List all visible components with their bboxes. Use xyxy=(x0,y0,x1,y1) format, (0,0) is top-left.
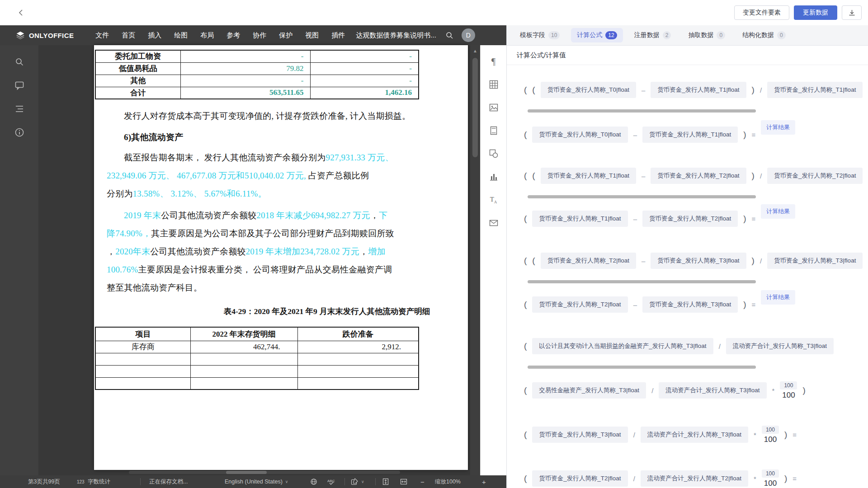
formula-field-chip[interactable]: 流动资产合计_发行人简称_T3|float xyxy=(641,427,748,443)
formula-field-chip[interactable]: 货币资金_发行人简称_T3|float xyxy=(767,253,863,269)
download-button[interactable] xyxy=(842,5,862,20)
vertical-scrollbar[interactable]: ▲ xyxy=(470,45,480,475)
document-page[interactable]: 委托加工物资--低值易耗品79.82-其他--合计563,511.651,462… xyxy=(94,45,468,470)
search-button[interactable] xyxy=(445,31,453,39)
textart-settings-icon[interactable]: TA xyxy=(488,194,499,205)
zoom-in-button[interactable]: + xyxy=(482,475,486,488)
fit-width-icon xyxy=(400,478,407,485)
onlyoffice-logo-icon xyxy=(15,30,25,40)
menu-tab[interactable]: 协作 xyxy=(246,25,273,45)
document-language-button[interactable] xyxy=(310,475,317,488)
formula-field-chip[interactable]: 交易性金融资产_发行人简称_T3|float xyxy=(532,382,646,399)
formula-field-chip[interactable]: 流动资产合计_发行人简称_T3|float xyxy=(726,338,834,354)
formula-field-chip[interactable]: 流动资产合计_发行人简称_T3|float xyxy=(659,382,766,399)
formula-operator: / xyxy=(760,257,762,265)
user-avatar[interactable]: D xyxy=(462,28,475,42)
horizontal-scrollbar[interactable] xyxy=(129,471,400,474)
panel-tab[interactable]: 计算公式12 xyxy=(571,28,623,42)
fraction-numerator-chip[interactable]: 100 xyxy=(762,469,779,478)
chart-settings-icon[interactable] xyxy=(488,171,499,182)
formula-horizontal-scrollbar[interactable] xyxy=(528,280,756,283)
fit-page-button[interactable] xyxy=(382,475,389,488)
fraction-numerator-chip[interactable]: 100 xyxy=(762,426,779,434)
formula-row: (货币资金_发行人简称_T2|float–货币资金_发行人简称_T3|float… xyxy=(524,296,795,314)
formula-field-chip[interactable]: 货币资金_发行人简称_T3|float xyxy=(642,296,738,313)
image-settings-icon[interactable] xyxy=(488,102,499,113)
update-data-button[interactable]: 更新数据 xyxy=(794,5,837,20)
table-settings-icon[interactable] xyxy=(488,79,499,90)
other-current-assets-table: 项目2022 年末存货明细跌价准备库存商462,744.2,912. xyxy=(95,327,419,390)
navigation-icon[interactable] xyxy=(14,104,24,114)
menu-tab[interactable]: 参考 xyxy=(220,25,246,45)
formula-paren: ( xyxy=(524,171,527,181)
panel-tab[interactable]: 结构化数据0 xyxy=(736,28,792,42)
fraction-numerator-chip[interactable]: 100 xyxy=(780,381,797,389)
formula-operator: / xyxy=(633,475,635,483)
formula-field-chip[interactable]: 货币资金_发行人简称_T0|float xyxy=(541,82,636,98)
formula-paren: ( xyxy=(532,256,535,266)
menu-tab[interactable]: 绘图 xyxy=(168,25,194,45)
formula-field-chip[interactable]: 货币资金_发行人简称_T3|float xyxy=(532,427,627,443)
formula-field-chip[interactable]: 货币资金_发行人简称_T1|float xyxy=(767,82,863,98)
shape-settings-icon[interactable] xyxy=(488,148,499,159)
menu-tab[interactable]: 插入 xyxy=(142,25,168,45)
formula-field-chip[interactable]: 货币资金_发行人简称_T2|float xyxy=(651,168,746,184)
formula-operator: – xyxy=(633,215,637,223)
panel-tab-count-badge: 0 xyxy=(777,31,786,39)
document-title-tab[interactable]: 达观数据债券募集说明书... xyxy=(351,25,441,45)
right-panel: 模板字段10计算公式12注册数据2抽取数据0结构化数据0 计算公式/计算值 ((… xyxy=(506,25,868,488)
formula-field-chip[interactable]: 货币资金_发行人简称_T0|float xyxy=(532,127,627,143)
page-number-indicator[interactable]: 第3页共99页 xyxy=(28,475,60,488)
scroll-up-arrow-icon[interactable]: ▲ xyxy=(470,46,480,55)
menu-tab[interactable]: 布局 xyxy=(194,25,220,45)
formula-field-chip[interactable]: 货币资金_发行人简称_T1|float xyxy=(651,82,746,98)
formula-horizontal-scrollbar[interactable] xyxy=(528,366,756,369)
panel-tab-count-badge: 0 xyxy=(717,31,725,39)
track-changes-button[interactable]: ∨ xyxy=(351,475,364,488)
formula-result-chip[interactable]: 计算结果 xyxy=(761,204,795,219)
formula-field-chip[interactable]: 货币资金_发行人简称_T1|float xyxy=(642,127,738,143)
zoom-level-indicator[interactable]: 缩放100% xyxy=(435,475,461,488)
panel-tab-count-badge: 12 xyxy=(605,31,617,39)
formula-result-chip[interactable]: 计算结果 xyxy=(761,290,795,305)
search-icon[interactable] xyxy=(14,57,24,67)
panel-tab[interactable]: 模板字段10 xyxy=(514,28,566,42)
language-selector[interactable]: English (United States)∨ xyxy=(225,475,288,488)
comments-icon[interactable] xyxy=(14,80,24,90)
fit-width-button[interactable] xyxy=(400,475,407,488)
headerfooter-settings-icon[interactable] xyxy=(488,125,499,136)
vertical-scrollbar-thumb[interactable] xyxy=(472,58,478,157)
formula-field-chip[interactable]: 货币资金_发行人简称_T2|float xyxy=(532,296,627,313)
word-count-button[interactable]: 123 字数统计 xyxy=(77,475,110,488)
formula-field-chip[interactable]: 货币资金_发行人简称_T2|float xyxy=(532,470,627,487)
horizontal-scrollbar-thumb[interactable] xyxy=(226,471,267,474)
formula-result-chip[interactable]: 计算结果 xyxy=(761,120,795,135)
formula-field-chip[interactable]: 以公计且其变动计入当期损益的金融资产_发行人简称_T3|float xyxy=(532,338,713,354)
panel-tab[interactable]: 抽取数据0 xyxy=(682,28,731,42)
menu-tabs: 文件首页插入绘图布局参考协作保护视图插件 xyxy=(89,25,351,45)
top-actions: 变更文件要素 更新数据 xyxy=(734,5,862,20)
formula-field-chip[interactable]: 货币资金_发行人简称_T2|float xyxy=(767,168,863,184)
back-button[interactable] xyxy=(15,7,27,19)
formula-field-chip[interactable]: 货币资金_发行人简称_T1|float xyxy=(541,168,636,184)
formula-horizontal-scrollbar[interactable] xyxy=(528,195,756,198)
formula-field-chip[interactable]: 货币资金_发行人简称_T2|float xyxy=(541,253,636,269)
paragraph-settings-icon[interactable]: ¶ xyxy=(488,56,499,67)
menu-tab[interactable]: 插件 xyxy=(325,25,351,45)
mailmerge-settings-icon[interactable] xyxy=(488,217,499,228)
menu-tab[interactable]: 文件 xyxy=(89,25,115,45)
change-doc-elements-button[interactable]: 变更文件要素 xyxy=(734,5,789,20)
formula-field-chip[interactable]: 货币资金_发行人简称_T1|float xyxy=(532,211,627,227)
menu-tab[interactable]: 保护 xyxy=(273,25,299,45)
formula-field-chip[interactable]: 货币资金_发行人简称_T3|float xyxy=(651,253,746,269)
table-cell: 低值易耗品 xyxy=(95,62,180,75)
menu-tab[interactable]: 视图 xyxy=(299,25,325,45)
formula-field-chip[interactable]: 流动资产合计_发行人简称_T2|float xyxy=(641,470,748,487)
about-icon[interactable] xyxy=(14,127,24,137)
formula-horizontal-scrollbar[interactable] xyxy=(528,109,756,113)
menu-tab[interactable]: 首页 xyxy=(115,25,142,45)
zoom-out-button[interactable]: − xyxy=(420,475,425,488)
panel-tab[interactable]: 注册数据2 xyxy=(628,28,677,42)
spellcheck-button[interactable]: ABC xyxy=(327,475,336,488)
formula-field-chip[interactable]: 货币资金_发行人简称_T2|float xyxy=(642,211,738,227)
